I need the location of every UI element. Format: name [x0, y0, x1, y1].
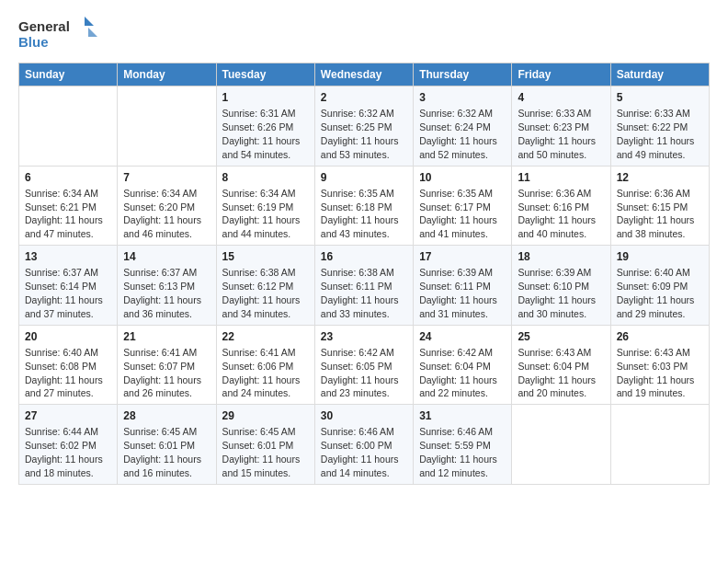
day-cell: 13Sunrise: 6:37 AM Sunset: 6:14 PM Dayli… [19, 246, 118, 326]
day-cell [610, 405, 709, 485]
day-cell: 6Sunrise: 6:34 AM Sunset: 6:21 PM Daylig… [19, 166, 118, 246]
day-info: Sunrise: 6:36 AM Sunset: 6:15 PM Dayligh… [617, 188, 695, 240]
day-number: 28 [123, 408, 210, 423]
day-number: 25 [518, 329, 604, 344]
day-number: 4 [518, 90, 604, 105]
day-info: Sunrise: 6:44 AM Sunset: 6:02 PM Dayligh… [25, 426, 103, 478]
day-cell: 25Sunrise: 6:43 AM Sunset: 6:04 PM Dayli… [512, 325, 610, 405]
day-cell: 31Sunrise: 6:46 AM Sunset: 5:59 PM Dayli… [414, 405, 512, 485]
day-header-wednesday: Wednesday [314, 63, 413, 86]
day-number: 11 [518, 170, 604, 185]
week-row-5: 27Sunrise: 6:44 AM Sunset: 6:02 PM Dayli… [19, 405, 710, 485]
day-info: Sunrise: 6:45 AM Sunset: 6:01 PM Dayligh… [222, 426, 301, 478]
day-info: Sunrise: 6:37 AM Sunset: 6:13 PM Dayligh… [123, 267, 201, 319]
week-row-4: 20Sunrise: 6:40 AM Sunset: 6:08 PM Dayli… [19, 325, 710, 405]
day-cell [118, 86, 216, 167]
day-number: 18 [518, 249, 604, 264]
day-number: 23 [321, 329, 407, 344]
day-cell: 19Sunrise: 6:40 AM Sunset: 6:09 PM Dayli… [610, 246, 709, 326]
svg-text:Blue: Blue [18, 34, 49, 50]
day-info: Sunrise: 6:38 AM Sunset: 6:12 PM Dayligh… [222, 267, 301, 319]
day-number: 30 [321, 408, 407, 423]
day-info: Sunrise: 6:42 AM Sunset: 6:04 PM Dayligh… [419, 347, 497, 399]
day-info: Sunrise: 6:43 AM Sunset: 6:03 PM Dayligh… [617, 347, 695, 399]
day-info: Sunrise: 6:31 AM Sunset: 6:26 PM Dayligh… [222, 108, 301, 160]
week-row-2: 6Sunrise: 6:34 AM Sunset: 6:21 PM Daylig… [19, 166, 710, 246]
day-info: Sunrise: 6:34 AM Sunset: 6:20 PM Dayligh… [123, 188, 201, 240]
day-header-friday: Friday [512, 63, 610, 86]
day-info: Sunrise: 6:46 AM Sunset: 6:00 PM Dayligh… [321, 426, 399, 478]
day-cell: 7Sunrise: 6:34 AM Sunset: 6:20 PM Daylig… [118, 166, 216, 246]
day-info: Sunrise: 6:39 AM Sunset: 6:10 PM Dayligh… [518, 267, 596, 319]
day-info: Sunrise: 6:33 AM Sunset: 6:22 PM Dayligh… [617, 108, 695, 160]
day-cell: 30Sunrise: 6:46 AM Sunset: 6:00 PM Dayli… [314, 405, 413, 485]
day-cell: 24Sunrise: 6:42 AM Sunset: 6:04 PM Dayli… [414, 325, 512, 405]
day-number: 29 [222, 408, 309, 423]
day-info: Sunrise: 6:37 AM Sunset: 6:14 PM Dayligh… [25, 267, 103, 319]
day-info: Sunrise: 6:46 AM Sunset: 5:59 PM Dayligh… [419, 426, 497, 478]
day-header-monday: Monday [118, 63, 216, 86]
day-cell: 26Sunrise: 6:43 AM Sunset: 6:03 PM Dayli… [610, 325, 709, 405]
day-cell: 4Sunrise: 6:33 AM Sunset: 6:23 PM Daylig… [512, 86, 610, 167]
day-cell: 1Sunrise: 6:31 AM Sunset: 6:26 PM Daylig… [216, 86, 314, 167]
logo-svg: General Blue [18, 15, 101, 53]
day-cell: 3Sunrise: 6:32 AM Sunset: 6:24 PM Daylig… [414, 86, 512, 167]
day-number: 10 [419, 170, 506, 185]
day-number: 5 [617, 90, 703, 105]
day-header-tuesday: Tuesday [216, 63, 314, 86]
svg-marker-2 [85, 17, 94, 26]
day-cell: 23Sunrise: 6:42 AM Sunset: 6:05 PM Dayli… [314, 325, 413, 405]
day-info: Sunrise: 6:40 AM Sunset: 6:08 PM Dayligh… [25, 347, 103, 399]
day-cell: 5Sunrise: 6:33 AM Sunset: 6:22 PM Daylig… [610, 86, 709, 167]
day-number: 21 [123, 329, 210, 344]
day-number: 15 [222, 249, 309, 264]
day-cell: 8Sunrise: 6:34 AM Sunset: 6:19 PM Daylig… [216, 166, 314, 246]
day-number: 2 [321, 90, 407, 105]
day-number: 7 [123, 170, 210, 185]
day-info: Sunrise: 6:32 AM Sunset: 6:25 PM Dayligh… [321, 108, 399, 160]
day-number: 8 [222, 170, 309, 185]
day-info: Sunrise: 6:35 AM Sunset: 6:18 PM Dayligh… [321, 188, 399, 240]
day-cell: 12Sunrise: 6:36 AM Sunset: 6:15 PM Dayli… [610, 166, 709, 246]
day-cell: 9Sunrise: 6:35 AM Sunset: 6:18 PM Daylig… [314, 166, 413, 246]
svg-text:General: General [18, 18, 70, 34]
day-cell: 14Sunrise: 6:37 AM Sunset: 6:13 PM Dayli… [118, 246, 216, 326]
day-info: Sunrise: 6:41 AM Sunset: 6:06 PM Dayligh… [222, 347, 301, 399]
day-info: Sunrise: 6:35 AM Sunset: 6:17 PM Dayligh… [419, 188, 497, 240]
day-header-sunday: Sunday [19, 63, 118, 86]
day-number: 26 [617, 329, 703, 344]
day-info: Sunrise: 6:32 AM Sunset: 6:24 PM Dayligh… [419, 108, 497, 160]
day-number: 31 [419, 408, 506, 423]
day-cell: 15Sunrise: 6:38 AM Sunset: 6:12 PM Dayli… [216, 246, 314, 326]
day-cell: 28Sunrise: 6:45 AM Sunset: 6:01 PM Dayli… [118, 405, 216, 485]
day-cell: 11Sunrise: 6:36 AM Sunset: 6:16 PM Dayli… [512, 166, 610, 246]
week-row-3: 13Sunrise: 6:37 AM Sunset: 6:14 PM Dayli… [19, 246, 710, 326]
day-number: 9 [321, 170, 407, 185]
day-info: Sunrise: 6:43 AM Sunset: 6:04 PM Dayligh… [518, 347, 596, 399]
day-cell: 17Sunrise: 6:39 AM Sunset: 6:11 PM Dayli… [414, 246, 512, 326]
day-info: Sunrise: 6:45 AM Sunset: 6:01 PM Dayligh… [123, 426, 201, 478]
day-cell [19, 86, 118, 167]
day-info: Sunrise: 6:41 AM Sunset: 6:07 PM Dayligh… [123, 347, 201, 399]
day-info: Sunrise: 6:34 AM Sunset: 6:21 PM Dayligh… [25, 188, 103, 240]
day-cell: 10Sunrise: 6:35 AM Sunset: 6:17 PM Dayli… [414, 166, 512, 246]
page: General Blue SundayMondayTuesdayWednesda… [0, 0, 728, 563]
day-cell: 29Sunrise: 6:45 AM Sunset: 6:01 PM Dayli… [216, 405, 314, 485]
header: General Blue [18, 15, 710, 53]
calendar-table: SundayMondayTuesdayWednesdayThursdayFrid… [18, 63, 710, 485]
svg-marker-3 [88, 28, 97, 37]
week-row-1: 1Sunrise: 6:31 AM Sunset: 6:26 PM Daylig… [19, 86, 710, 167]
day-header-saturday: Saturday [610, 63, 709, 86]
day-cell: 20Sunrise: 6:40 AM Sunset: 6:08 PM Dayli… [19, 325, 118, 405]
day-cell: 27Sunrise: 6:44 AM Sunset: 6:02 PM Dayli… [19, 405, 118, 485]
day-info: Sunrise: 6:33 AM Sunset: 6:23 PM Dayligh… [518, 108, 596, 160]
day-info: Sunrise: 6:42 AM Sunset: 6:05 PM Dayligh… [321, 347, 399, 399]
day-cell [512, 405, 610, 485]
day-info: Sunrise: 6:38 AM Sunset: 6:11 PM Dayligh… [321, 267, 399, 319]
day-number: 13 [25, 249, 111, 264]
day-number: 14 [123, 249, 210, 264]
day-info: Sunrise: 6:34 AM Sunset: 6:19 PM Dayligh… [222, 188, 301, 240]
day-info: Sunrise: 6:36 AM Sunset: 6:16 PM Dayligh… [518, 188, 596, 240]
day-number: 24 [419, 329, 506, 344]
day-cell: 16Sunrise: 6:38 AM Sunset: 6:11 PM Dayli… [314, 246, 413, 326]
